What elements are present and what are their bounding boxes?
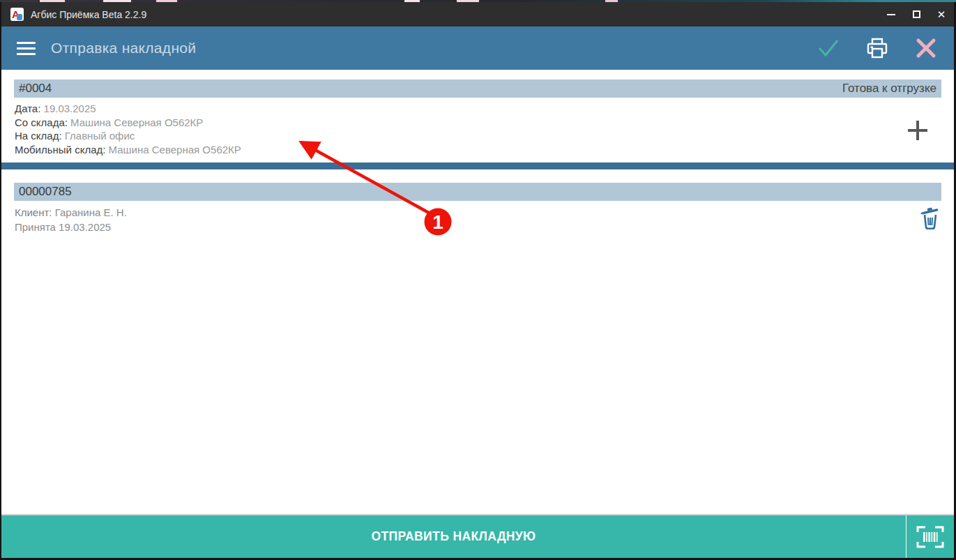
app-window: A Агбис Приёмка Beta 2.2.9 ✕ Отправка на… bbox=[1, 2, 954, 558]
footer-bar: ОТПРАВИТЬ НАКЛАДНУЮ bbox=[1, 515, 954, 558]
desktop-background-sliver bbox=[0, 0, 956, 2]
invoice-card-header[interactable]: #0004 Готова к отгрузке bbox=[14, 80, 941, 98]
trash-icon[interactable] bbox=[918, 206, 942, 231]
titlebar: A Агбис Приёмка Beta 2.2.9 ✕ bbox=[1, 2, 954, 27]
header-actions bbox=[816, 36, 941, 61]
page-title: Отправка накладной bbox=[51, 40, 196, 56]
barcode-scan-icon[interactable] bbox=[906, 515, 954, 558]
content-area: #0004 Готова к отгрузке Дата: 19.03.2025… bbox=[1, 70, 954, 514]
plus-icon[interactable] bbox=[906, 119, 929, 142]
invoice-card-body: Дата: 19.03.2025 Со склада: Машина Север… bbox=[1, 98, 954, 162]
invoice-field-mobile-warehouse: Мобильный склад: Машина Северная О562КР bbox=[15, 143, 905, 157]
app-header: Отправка накладной bbox=[1, 27, 954, 70]
confirm-check-icon[interactable] bbox=[816, 36, 841, 61]
section-divider bbox=[1, 162, 954, 169]
hamburger-menu-icon[interactable] bbox=[17, 42, 36, 55]
invoice-field-date: Дата: 19.03.2025 bbox=[15, 102, 905, 116]
order-number: 00000785 bbox=[19, 185, 72, 199]
close-icon[interactable]: ✕ bbox=[929, 2, 954, 27]
order-accepted-line: Принята 19.03.2025 bbox=[15, 220, 905, 234]
invoice-field-to-warehouse: На склад: Главный офис bbox=[15, 129, 905, 143]
invoice-field-from-warehouse: Со склада: Машина Северная О562КР bbox=[15, 116, 905, 130]
order-card-header[interactable]: 00000785 bbox=[14, 183, 941, 201]
maximize-icon[interactable] bbox=[904, 2, 929, 27]
invoice-status-badge: Готова к отгрузке bbox=[842, 82, 936, 96]
print-icon[interactable] bbox=[865, 36, 890, 61]
send-invoice-button[interactable]: ОТПРАВИТЬ НАКЛАДНУЮ bbox=[1, 515, 906, 558]
minimize-icon[interactable] bbox=[879, 2, 904, 27]
window-title: Агбис Приёмка Beta 2.2.9 bbox=[31, 9, 146, 20]
app-logo-icon: A bbox=[10, 8, 24, 21]
window-controls: ✕ bbox=[879, 2, 954, 27]
send-invoice-label: ОТПРАВИТЬ НАКЛАДНУЮ bbox=[371, 529, 536, 544]
close-x-icon[interactable] bbox=[913, 36, 939, 61]
invoice-number: #0004 bbox=[19, 82, 52, 96]
order-client-line: Клиент: Гаранина Е. Н. bbox=[15, 205, 905, 220]
order-card-body: Клиент: Гаранина Е. Н. Принята 19.03.202… bbox=[1, 201, 954, 241]
